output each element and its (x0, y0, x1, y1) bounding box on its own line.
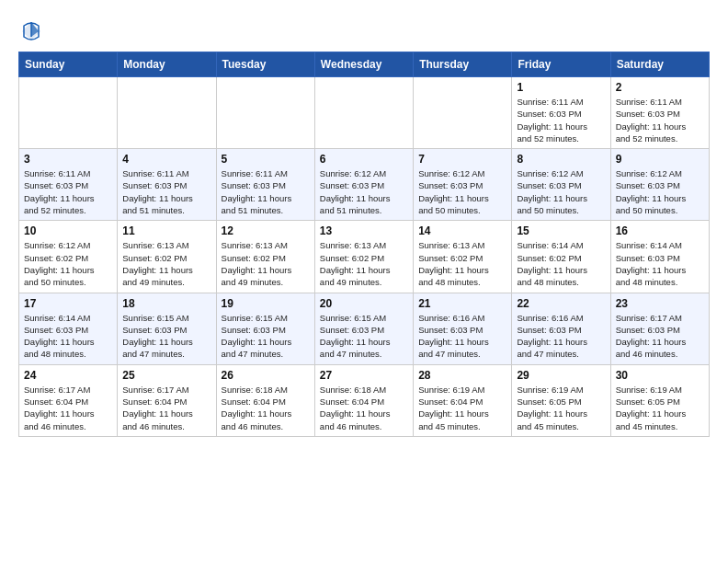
calendar-cell: 28Sunrise: 6:19 AM Sunset: 6:04 PM Dayli… (414, 364, 512, 436)
calendar-cell: 21Sunrise: 6:16 AM Sunset: 6:03 PM Dayli… (414, 293, 512, 364)
calendar-cell: 16Sunrise: 6:14 AM Sunset: 6:03 PM Dayli… (610, 221, 709, 293)
day-info: Sunrise: 6:11 AM Sunset: 6:03 PM Dayligh… (517, 96, 605, 144)
day-number: 23 (616, 297, 704, 310)
calendar-cell: 22Sunrise: 6:16 AM Sunset: 6:03 PM Dayli… (512, 293, 610, 364)
calendar-cell: 26Sunrise: 6:18 AM Sunset: 6:04 PM Dayli… (216, 364, 314, 436)
calendar-header-wednesday: Wednesday (314, 52, 413, 77)
calendar-cell: 13Sunrise: 6:13 AM Sunset: 6:02 PM Dayli… (314, 221, 413, 293)
day-number: 30 (616, 369, 704, 382)
day-number: 25 (122, 369, 210, 382)
header (18, 15, 710, 44)
day-info: Sunrise: 6:15 AM Sunset: 6:03 PM Dayligh… (222, 312, 310, 361)
calendar-week-3: 10Sunrise: 6:12 AM Sunset: 6:02 PM Dayli… (19, 221, 710, 293)
calendar-cell: 12Sunrise: 6:13 AM Sunset: 6:02 PM Dayli… (216, 221, 314, 293)
day-info: Sunrise: 6:15 AM Sunset: 6:03 PM Dayligh… (320, 312, 408, 361)
day-info: Sunrise: 6:17 AM Sunset: 6:03 PM Dayligh… (616, 312, 704, 361)
day-number: 4 (122, 153, 210, 166)
calendar-cell: 15Sunrise: 6:14 AM Sunset: 6:02 PM Dayli… (512, 221, 610, 293)
day-info: Sunrise: 6:19 AM Sunset: 6:05 PM Dayligh… (616, 384, 704, 432)
day-number: 1 (517, 81, 605, 94)
day-info: Sunrise: 6:17 AM Sunset: 6:04 PM Dayligh… (122, 384, 210, 432)
day-number: 3 (24, 153, 112, 166)
calendar-cell (216, 77, 314, 149)
day-info: Sunrise: 6:12 AM Sunset: 6:03 PM Dayligh… (616, 167, 704, 216)
day-info: Sunrise: 6:16 AM Sunset: 6:03 PM Dayligh… (418, 312, 506, 361)
day-info: Sunrise: 6:14 AM Sunset: 6:03 PM Dayligh… (616, 239, 704, 288)
calendar-week-2: 3Sunrise: 6:11 AM Sunset: 6:03 PM Daylig… (19, 149, 710, 221)
day-info: Sunrise: 6:11 AM Sunset: 6:03 PM Dayligh… (222, 167, 310, 216)
calendar-cell: 10Sunrise: 6:12 AM Sunset: 6:02 PM Dayli… (19, 221, 118, 293)
calendar-cell: 7Sunrise: 6:12 AM Sunset: 6:03 PM Daylig… (414, 149, 512, 221)
day-number: 11 (122, 224, 210, 237)
day-number: 18 (122, 297, 210, 310)
calendar-cell (314, 77, 413, 149)
day-number: 22 (517, 297, 605, 310)
day-info: Sunrise: 6:18 AM Sunset: 6:04 PM Dayligh… (320, 384, 408, 432)
calendar-cell: 29Sunrise: 6:19 AM Sunset: 6:05 PM Dayli… (512, 364, 610, 436)
calendar-cell: 27Sunrise: 6:18 AM Sunset: 6:04 PM Dayli… (314, 364, 413, 436)
day-number: 6 (320, 153, 408, 166)
day-info: Sunrise: 6:12 AM Sunset: 6:03 PM Dayligh… (517, 167, 605, 216)
calendar-cell: 11Sunrise: 6:13 AM Sunset: 6:02 PM Dayli… (118, 221, 216, 293)
calendar-week-1: 1Sunrise: 6:11 AM Sunset: 6:03 PM Daylig… (19, 77, 710, 149)
calendar-cell: 19Sunrise: 6:15 AM Sunset: 6:03 PM Dayli… (216, 293, 314, 364)
calendar-cell: 25Sunrise: 6:17 AM Sunset: 6:04 PM Dayli… (118, 364, 216, 436)
calendar-cell: 2Sunrise: 6:11 AM Sunset: 6:03 PM Daylig… (610, 77, 709, 149)
calendar-cell: 24Sunrise: 6:17 AM Sunset: 6:04 PM Dayli… (19, 364, 118, 436)
calendar-header-tuesday: Tuesday (216, 52, 314, 77)
day-number: 5 (222, 153, 310, 166)
day-number: 13 (320, 224, 408, 237)
calendar-cell (118, 77, 216, 149)
day-info: Sunrise: 6:17 AM Sunset: 6:04 PM Dayligh… (24, 384, 112, 432)
day-number: 7 (418, 153, 506, 166)
day-number: 12 (222, 224, 310, 237)
day-info: Sunrise: 6:11 AM Sunset: 6:03 PM Dayligh… (616, 96, 704, 144)
day-number: 9 (616, 153, 704, 166)
day-info: Sunrise: 6:18 AM Sunset: 6:04 PM Dayligh… (222, 384, 310, 432)
day-info: Sunrise: 6:12 AM Sunset: 6:02 PM Dayligh… (24, 239, 112, 288)
calendar-cell: 18Sunrise: 6:15 AM Sunset: 6:03 PM Dayli… (118, 293, 216, 364)
calendar-header-row: SundayMondayTuesdayWednesdayThursdayFrid… (19, 52, 710, 77)
calendar-cell: 4Sunrise: 6:11 AM Sunset: 6:03 PM Daylig… (118, 149, 216, 221)
day-info: Sunrise: 6:13 AM Sunset: 6:02 PM Dayligh… (122, 239, 210, 288)
day-number: 16 (616, 224, 704, 237)
day-number: 8 (517, 153, 605, 166)
day-number: 26 (222, 369, 310, 382)
calendar-cell: 8Sunrise: 6:12 AM Sunset: 6:03 PM Daylig… (512, 149, 610, 221)
day-info: Sunrise: 6:12 AM Sunset: 6:03 PM Dayligh… (418, 167, 506, 216)
calendar-table: SundayMondayTuesdayWednesdayThursdayFrid… (18, 52, 710, 437)
calendar-cell: 3Sunrise: 6:11 AM Sunset: 6:03 PM Daylig… (19, 149, 118, 221)
calendar-header-thursday: Thursday (414, 52, 512, 77)
day-number: 24 (24, 369, 112, 382)
calendar-cell: 9Sunrise: 6:12 AM Sunset: 6:03 PM Daylig… (610, 149, 709, 221)
day-info: Sunrise: 6:15 AM Sunset: 6:03 PM Dayligh… (122, 312, 210, 361)
logo (18, 18, 48, 44)
calendar-cell: 23Sunrise: 6:17 AM Sunset: 6:03 PM Dayli… (610, 293, 709, 364)
calendar-cell: 5Sunrise: 6:11 AM Sunset: 6:03 PM Daylig… (216, 149, 314, 221)
calendar-week-4: 17Sunrise: 6:14 AM Sunset: 6:03 PM Dayli… (19, 293, 710, 364)
day-number: 15 (517, 224, 605, 237)
day-info: Sunrise: 6:13 AM Sunset: 6:02 PM Dayligh… (320, 239, 408, 288)
day-number: 17 (24, 297, 112, 310)
day-info: Sunrise: 6:11 AM Sunset: 6:03 PM Dayligh… (24, 167, 112, 216)
day-number: 14 (418, 224, 506, 237)
calendar-cell: 14Sunrise: 6:13 AM Sunset: 6:02 PM Dayli… (414, 221, 512, 293)
day-number: 21 (418, 297, 506, 310)
calendar-cell: 17Sunrise: 6:14 AM Sunset: 6:03 PM Dayli… (19, 293, 118, 364)
day-info: Sunrise: 6:16 AM Sunset: 6:03 PM Dayligh… (517, 312, 605, 361)
day-number: 28 (418, 369, 506, 382)
day-number: 19 (222, 297, 310, 310)
day-info: Sunrise: 6:12 AM Sunset: 6:03 PM Dayligh… (320, 167, 408, 216)
calendar-cell: 30Sunrise: 6:19 AM Sunset: 6:05 PM Dayli… (610, 364, 709, 436)
calendar-cell: 20Sunrise: 6:15 AM Sunset: 6:03 PM Dayli… (314, 293, 413, 364)
page: SundayMondayTuesdayWednesdayThursdayFrid… (0, 0, 728, 455)
day-info: Sunrise: 6:13 AM Sunset: 6:02 PM Dayligh… (418, 239, 506, 288)
day-info: Sunrise: 6:14 AM Sunset: 6:03 PM Dayligh… (24, 312, 112, 361)
day-number: 29 (517, 369, 605, 382)
calendar-cell (19, 77, 118, 149)
calendar-header-monday: Monday (118, 52, 216, 77)
calendar-header-friday: Friday (512, 52, 610, 77)
calendar-cell (414, 77, 512, 149)
day-info: Sunrise: 6:11 AM Sunset: 6:03 PM Dayligh… (122, 167, 210, 216)
day-info: Sunrise: 6:19 AM Sunset: 6:04 PM Dayligh… (418, 384, 506, 432)
